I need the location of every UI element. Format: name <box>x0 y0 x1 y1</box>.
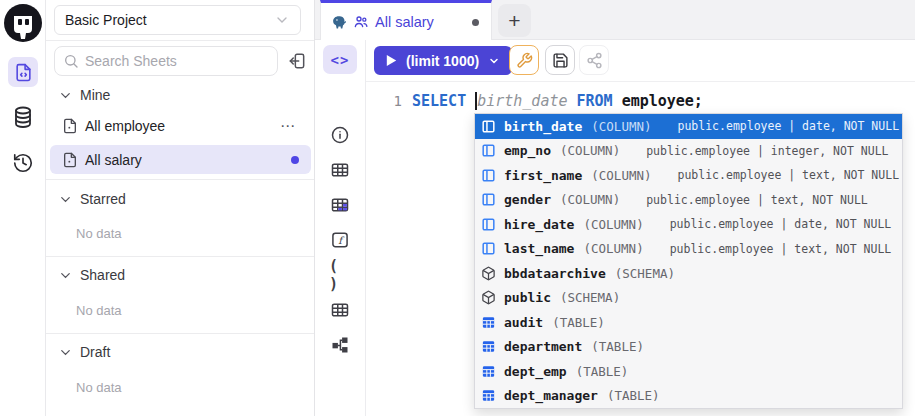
sidebar-section-shared[interactable]: Shared <box>46 262 314 288</box>
table-icon <box>481 339 496 354</box>
autocomplete-item[interactable]: dept_emp (TABLE) <box>475 359 902 384</box>
autocomplete-item[interactable]: emp_no (COLUMN) public.employee | intege… <box>475 139 902 164</box>
suggestion-name: department <box>504 339 582 354</box>
search-row <box>46 45 314 79</box>
suggestion-detail: public.employee | integer, NOT NULL <box>646 144 888 158</box>
tab-label: All salary <box>375 14 434 30</box>
editor-icon-rail: <> f ( ) <box>315 40 366 416</box>
schema-icon <box>481 266 496 281</box>
suggestion-detail: public.employee | text, NOT NULL <box>646 193 868 207</box>
schema-diagram-icon[interactable] <box>329 334 351 356</box>
wrench-icon <box>516 52 533 69</box>
run-query-button[interactable]: (limit 1000) <box>374 46 512 75</box>
suggestion-name: dept_manager <box>504 388 598 403</box>
sql-keyword-select: SELECT <box>412 90 466 112</box>
autocomplete-item[interactable]: hire_date (COLUMN) public.employee | dat… <box>475 212 902 237</box>
svg-text:f: f <box>338 235 345 246</box>
tab-bar: All salary + <box>315 0 915 40</box>
suggestion-kind: (COLUMN) <box>591 119 651 134</box>
column-icon <box>481 217 496 232</box>
sidebar-section-draft[interactable]: Draft <box>46 339 314 365</box>
editor-toolbar: (limit 1000) <box>366 40 915 82</box>
section-divider <box>46 179 314 180</box>
more-options-icon[interactable]: ⋯ <box>280 117 296 135</box>
sidebar-nav-history-icon[interactable] <box>11 151 35 175</box>
code-view-icon[interactable]: <> <box>323 45 357 74</box>
section-label: Mine <box>80 87 110 103</box>
autocomplete-item[interactable]: public (SCHEMA) <box>475 286 902 311</box>
run-limit-label: (limit 1000) <box>406 53 479 69</box>
table-icon <box>481 315 496 330</box>
autocomplete-item[interactable]: last_name (COLUMN) public.employee | tex… <box>475 237 902 262</box>
search-input[interactable] <box>85 53 269 69</box>
suggestion-name: hire_date <box>504 217 574 232</box>
parentheses-icon[interactable]: ( ) <box>329 264 351 286</box>
chevron-down-icon <box>274 12 290 28</box>
autocomplete-item[interactable]: first_name (COLUMN) public.employee | te… <box>475 163 902 188</box>
tab-all-salary[interactable]: All salary <box>320 0 492 41</box>
suggestion-detail: public.employee | date, NOT NULL <box>678 119 900 133</box>
ai-table-icon[interactable] <box>329 194 351 216</box>
suggestion-name: dept_emp <box>504 364 567 379</box>
sheet-item-all-employee[interactable]: All employee ⋯ <box>46 111 314 140</box>
chevron-down-icon[interactable] <box>488 55 500 67</box>
table-grid-icon[interactable] <box>329 159 351 181</box>
sidebar-nav-sheets-icon[interactable] <box>8 57 38 87</box>
collapse-panel-icon[interactable] <box>284 48 310 74</box>
project-select-value: Basic Project <box>65 12 147 28</box>
share-button[interactable] <box>579 45 609 75</box>
chevron-down-icon <box>58 345 73 360</box>
sql-keyword-from: FROM <box>577 90 613 112</box>
autocomplete-item[interactable]: audit (TABLE) <box>475 310 902 335</box>
search-box <box>54 46 278 76</box>
suggestion-kind: (TABLE) <box>552 315 605 330</box>
play-icon <box>386 54 397 67</box>
suggestion-detail: public.employee | date, NOT NULL <box>670 217 892 231</box>
column-icon <box>481 143 496 158</box>
autocomplete-item[interactable]: bbdataarchive (SCHEMA) <box>475 261 902 286</box>
autocomplete-item[interactable]: department (TABLE) <box>475 335 902 360</box>
suggestion-kind: (TABLE) <box>591 339 644 354</box>
section-label: Draft <box>80 344 110 360</box>
sheet-item-all-salary-selected[interactable]: All salary <box>50 145 311 174</box>
chevron-down-icon <box>58 88 73 103</box>
tools-wrench-button[interactable] <box>509 45 539 75</box>
app-logo-icon[interactable] <box>3 3 43 43</box>
sheet-item-label: All salary <box>85 152 142 168</box>
suggestion-name: last_name <box>504 241 574 256</box>
suggestion-name: bbdataarchive <box>504 266 606 281</box>
suggestion-kind: (TABLE) <box>607 388 660 403</box>
sidebar-section-mine[interactable]: Mine <box>46 82 314 108</box>
ghost-suggestion-text: birth_date <box>477 90 567 112</box>
autocomplete-item[interactable]: dept_manager (TABLE) <box>475 384 902 409</box>
autocomplete-item[interactable]: gender (COLUMN) public.employee | text, … <box>475 188 902 213</box>
section-divider <box>46 256 314 257</box>
sheet-item-label: All employee <box>85 118 165 134</box>
table-grid-icon[interactable] <box>329 299 351 321</box>
suggestion-name: emp_no <box>504 143 551 158</box>
section-label: Starred <box>80 191 126 207</box>
function-icon[interactable]: f <box>329 229 351 251</box>
column-icon <box>481 241 496 256</box>
save-button[interactable] <box>545 45 575 75</box>
suggestion-detail: public.employee | text, NOT NULL <box>670 242 892 256</box>
empty-state-text: No data <box>76 226 122 242</box>
column-icon <box>481 192 496 207</box>
suggestion-kind: (COLUMN) <box>583 241 643 256</box>
share-icon <box>586 52 603 69</box>
info-icon[interactable] <box>329 124 351 146</box>
section-divider <box>46 333 314 334</box>
table-icon <box>481 388 496 403</box>
suggestion-name: gender <box>504 192 551 207</box>
suggestion-kind: (COLUMN) <box>560 192 620 207</box>
sql-text: employee; <box>622 90 703 112</box>
autocomplete-item[interactable]: birth_date (COLUMN) public.employee | da… <box>475 114 902 139</box>
save-icon <box>552 52 569 69</box>
project-select[interactable]: Basic Project <box>54 5 301 35</box>
suggestion-kind: (SCHEMA) <box>615 266 675 281</box>
app-window: Basic Project Mine <box>0 0 915 416</box>
sidebar-section-starred[interactable]: Starred <box>46 186 314 212</box>
sheet-file-icon <box>62 118 78 134</box>
sidebar-nav-database-icon[interactable] <box>11 105 35 129</box>
new-tab-button[interactable]: + <box>498 4 531 37</box>
